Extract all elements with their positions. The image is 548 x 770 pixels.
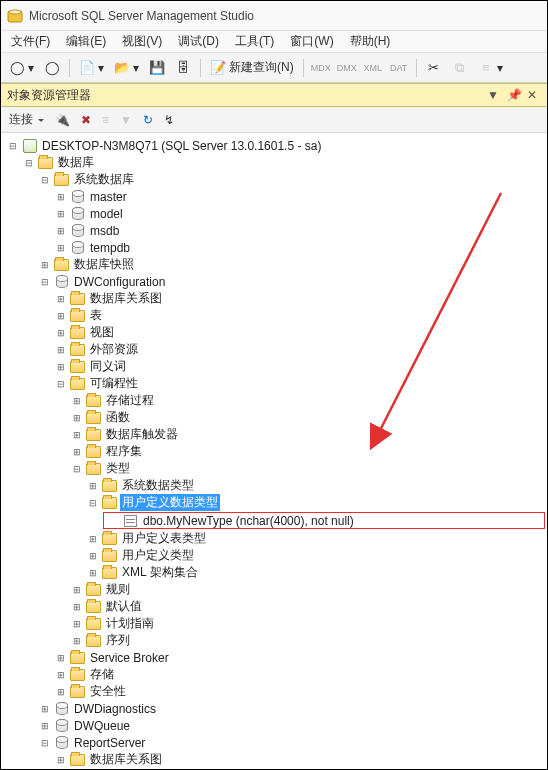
db-master-node[interactable]: ⊞master — [55, 188, 545, 205]
service-broker-node[interactable]: ⊞Service Broker — [55, 649, 545, 666]
expand-icon[interactable]: ⊞ — [55, 754, 67, 766]
xmla-button[interactable]: XML — [361, 58, 385, 78]
xml-schema-node[interactable]: ⊞XML 架构集合 — [87, 564, 545, 581]
new-query-button[interactable]: 📝新建查询(N) — [206, 57, 298, 78]
nav-fwd-button[interactable]: ◯ — [40, 58, 64, 78]
collapse-icon[interactable]: ⊟ — [71, 463, 83, 475]
save-button[interactable]: 💾 — [145, 58, 169, 78]
menu-file[interactable]: 文件(F) — [3, 31, 58, 52]
copy-button[interactable]: ⧉ — [448, 58, 472, 78]
dwdiag-node[interactable]: ⊞DWDiagnostics — [39, 700, 545, 717]
expand-icon[interactable]: ⊞ — [55, 242, 67, 254]
db-diagram-node[interactable]: ⊞数据库关系图 — [55, 290, 545, 307]
assembly-node[interactable]: ⊞程序集 — [71, 443, 545, 460]
seq-node[interactable]: ⊞序列 — [71, 632, 545, 649]
expand-icon[interactable]: ⊞ — [71, 635, 83, 647]
expand-icon[interactable]: ⊞ — [87, 533, 99, 545]
expand-icon[interactable]: ⊞ — [55, 652, 67, 664]
expand-icon[interactable]: ⊞ — [71, 601, 83, 613]
save-all-button[interactable]: 🗄 — [171, 58, 195, 78]
plans-node[interactable]: ⊞计划指南 — [71, 615, 545, 632]
dmx-button[interactable]: DMX — [335, 58, 359, 78]
expand-icon[interactable]: ⊞ — [71, 584, 83, 596]
collapse-icon[interactable]: ⊟ — [39, 737, 51, 749]
security-node[interactable]: ⊞安全性 — [55, 683, 545, 700]
close-panel-button[interactable]: ✕ — [523, 86, 541, 104]
views-node[interactable]: ⊞视图 — [55, 324, 545, 341]
disconnect-button[interactable]: 🔌 — [51, 111, 74, 129]
reportserver-node[interactable]: ⊟ReportServer — [39, 734, 545, 751]
defaults-node[interactable]: ⊞默认值 — [71, 598, 545, 615]
expand-icon[interactable]: ⊞ — [87, 567, 99, 579]
expand-icon[interactable]: ⊞ — [87, 550, 99, 562]
open-button[interactable]: 📂▾ — [110, 58, 143, 78]
menu-tools[interactable]: 工具(T) — [227, 31, 282, 52]
expand-icon[interactable]: ⊞ — [55, 361, 67, 373]
refresh-button[interactable]: ↻ — [139, 111, 157, 129]
expand-icon[interactable]: ⊞ — [39, 703, 51, 715]
stop-button[interactable]: ✖ — [77, 111, 95, 129]
sync-button[interactable]: ↯ — [160, 111, 178, 129]
expand-icon[interactable]: ⊞ — [39, 259, 51, 271]
filter2-button[interactable]: ▼ — [116, 111, 136, 129]
sp-node[interactable]: ⊞存储过程 — [71, 392, 545, 409]
udtt-node[interactable]: ⊞用户定义表类型 — [87, 530, 545, 547]
expand-icon[interactable]: ⊞ — [71, 446, 83, 458]
menu-edit[interactable]: 编辑(E) — [58, 31, 114, 52]
expand-icon[interactable]: ⊞ — [55, 686, 67, 698]
expand-icon[interactable]: ⊞ — [87, 480, 99, 492]
expand-icon[interactable]: ⊞ — [71, 395, 83, 407]
expand-icon[interactable]: ⊞ — [55, 669, 67, 681]
menu-debug[interactable]: 调试(D) — [170, 31, 227, 52]
func-node[interactable]: ⊞函数 — [71, 409, 545, 426]
menu-window[interactable]: 窗口(W) — [282, 31, 341, 52]
mdx-button[interactable]: MDX — [309, 58, 333, 78]
extres-node[interactable]: ⊞外部资源 — [55, 341, 545, 358]
synonyms-node[interactable]: ⊞同义词 — [55, 358, 545, 375]
user-defined-data-types-node[interactable]: ⊟用户定义数据类型 — [87, 494, 545, 511]
pin-button[interactable]: 📌 — [505, 86, 523, 104]
server-node[interactable]: ⊟DESKTOP-N3M8Q71 (SQL Server 13.0.1601.5… — [7, 137, 545, 154]
object-explorer-tree[interactable]: ⊟DESKTOP-N3M8Q71 (SQL Server 13.0.1601.5… — [1, 133, 547, 769]
expand-icon[interactable]: ⊞ — [55, 191, 67, 203]
cut-button[interactable]: ✂ — [422, 58, 446, 78]
menu-view[interactable]: 视图(V) — [114, 31, 170, 52]
dwqueue-node[interactable]: ⊞DWQueue — [39, 717, 545, 734]
format-button[interactable]: ≡▾ — [474, 58, 507, 78]
connect-button[interactable]: 连接 — [5, 109, 48, 130]
dropdown-arrow-icon[interactable]: ▼ — [487, 88, 499, 102]
databases-node[interactable]: ⊟数据库 — [23, 154, 545, 171]
expand-icon[interactable]: ⊞ — [55, 225, 67, 237]
storage-node[interactable]: ⊞存储 — [55, 666, 545, 683]
collapse-icon[interactable]: ⊟ — [23, 157, 35, 169]
my-new-type-node[interactable]: ⊞dbo.MyNewType (nchar(4000), not null) — [103, 512, 545, 529]
nav-back-button[interactable]: ◯▾ — [5, 58, 38, 78]
expand-icon[interactable]: ⊞ — [55, 327, 67, 339]
expand-icon[interactable]: ⊞ — [55, 344, 67, 356]
collapse-icon[interactable]: ⊟ — [87, 497, 99, 509]
db-model-node[interactable]: ⊞model — [55, 205, 545, 222]
dat-button[interactable]: DAT — [387, 58, 411, 78]
expand-icon[interactable]: ⊞ — [55, 310, 67, 322]
new-file-button[interactable]: 📄▾ — [75, 58, 108, 78]
sys-types-node[interactable]: ⊞系统数据类型 — [87, 477, 545, 494]
system-databases-node[interactable]: ⊟系统数据库 — [39, 171, 545, 188]
udt-node[interactable]: ⊞用户定义类型 — [87, 547, 545, 564]
expand-icon[interactable]: ⊞ — [71, 412, 83, 424]
programmability-node[interactable]: ⊟可编程性 — [55, 375, 545, 392]
tables-node[interactable]: ⊞表 — [55, 307, 545, 324]
types-node[interactable]: ⊟类型 — [71, 460, 545, 477]
trigger-node[interactable]: ⊞数据库触发器 — [71, 426, 545, 443]
expand-icon[interactable]: ⊞ — [71, 429, 83, 441]
rs-tables-node[interactable]: ⊞表 — [55, 768, 545, 769]
collapse-icon[interactable]: ⊟ — [39, 174, 51, 186]
filter-button[interactable]: ≡ — [98, 111, 113, 129]
db-msdb-node[interactable]: ⊞msdb — [55, 222, 545, 239]
rs-diagram-node[interactable]: ⊞数据库关系图 — [55, 751, 545, 768]
rules-node[interactable]: ⊞规则 — [71, 581, 545, 598]
snapshot-node[interactable]: ⊞数据库快照 — [39, 256, 545, 273]
expand-icon[interactable]: ⊞ — [39, 720, 51, 732]
menu-help[interactable]: 帮助(H) — [342, 31, 399, 52]
expand-icon[interactable]: ⊞ — [55, 208, 67, 220]
expand-icon[interactable]: ⊞ — [55, 293, 67, 305]
